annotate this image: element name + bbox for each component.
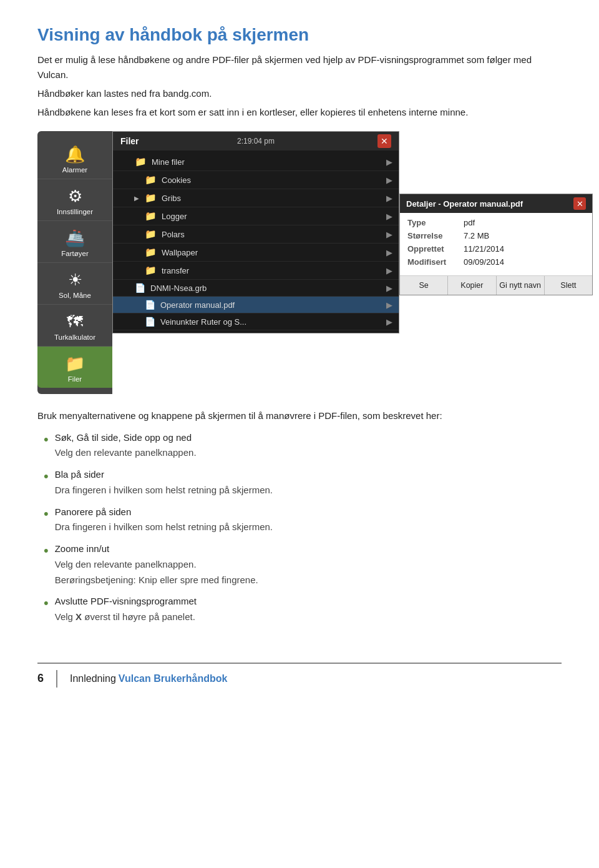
row-right-icon: ▶ [386, 194, 392, 203]
file-row[interactable]: 📄DNMI-Nsea.grb▶ [113, 280, 399, 297]
details-table: TypepdfStørrelse7.2 MBOpprettet11/21/201… [400, 213, 592, 275]
row-right-icon: ▶ [386, 266, 392, 275]
file-browser-time: 2:19:04 pm [237, 137, 275, 145]
sidebar-item-alarmer[interactable]: 🔔 Alarmer [37, 137, 112, 179]
file-name: Veinunkter Ruter og S... [160, 317, 386, 327]
details-row-3: Modifisert09/09/2014 [407, 257, 585, 267]
folder-icon: 📁 [145, 174, 157, 185]
file-icon: 📄 [145, 300, 155, 310]
file-icon: 📄 [145, 317, 155, 327]
footer-label: Innledning [70, 673, 116, 684]
file-name: Cookies [162, 175, 386, 185]
bullet-item-2: • Panorere på siden Dra fingeren i hvilk… [44, 505, 562, 536]
bullet-dot: • [44, 539, 49, 562]
bullet-sub: Dra fingeren i hvilken som helst retning… [55, 483, 273, 498]
file-browser-title: Filer [120, 136, 139, 146]
sidebar-icon-4: 🗺 [67, 312, 83, 332]
details-action-gi-nytt-navn[interactable]: Gi nytt navn [497, 276, 545, 295]
details-action-kopier[interactable]: Kopier [448, 276, 496, 295]
bullet-item-1: • Bla på sider Dra fingeren i hvilken so… [44, 467, 562, 498]
file-row[interactable]: 📁Cookies▶ [113, 171, 399, 189]
bullet-content: Søk, Gå til side, Side opp og ned Velg d… [55, 430, 197, 461]
details-row-2: Opprettet11/21/2014 [407, 244, 585, 254]
body-intro: Bruk menyalternativene og knappene på sk… [37, 408, 562, 424]
sidebar: 🔔 Alarmer⚙ Innstillinger🚢 Fartøyer☀ Sol,… [37, 131, 112, 394]
details-title: Detaljer - Operator manual.pdf [406, 199, 523, 209]
folder-icon: 📁 [145, 247, 157, 258]
bullet-dot: • [44, 502, 49, 525]
bullet-main: Panorere på siden [55, 506, 132, 517]
file-row[interactable]: 📁Wallpaper▶ [113, 244, 399, 262]
file-name: transfer [162, 266, 386, 275]
file-row[interactable]: 📄Operator manual.pdf▶ [113, 297, 399, 313]
row-right-icon: ▶ [386, 175, 392, 185]
row-right-icon: ▶ [386, 212, 392, 221]
expand-arrow: ▶ [134, 195, 142, 202]
details-action-se[interactable]: Se [400, 276, 448, 295]
file-list: 📁Mine filer▶📁Cookies▶▶📁Gribs▶📁Logger▶📁Po… [113, 150, 399, 333]
file-icon: 📄 [135, 283, 145, 293]
file-browser-close[interactable]: ✕ [377, 134, 391, 148]
footer-divider [56, 670, 57, 688]
row-right-icon: ▶ [386, 248, 392, 257]
sidebar-item-filer[interactable]: 📁 Filer [37, 347, 112, 388]
row-right-icon: ▶ [386, 317, 392, 327]
sidebar-item-sol-måne[interactable]: ☀ Sol, Måne [37, 263, 112, 305]
file-name: Wallpaper [162, 248, 386, 257]
file-row[interactable]: 📄Veinunkter Ruter og S...▶ [113, 313, 399, 330]
details-actions: SeKopierGi nytt navnSlett [400, 275, 592, 295]
file-name: Gribs [162, 194, 386, 203]
bullet-item-3: • Zoome inn/ut Velg den relevante panelk… [44, 541, 562, 588]
details-row-0: Typepdf [407, 218, 585, 227]
intro-text-1: Det er mulig å lese håndbøkene og andre … [37, 52, 562, 82]
row-right-icon: ▶ [386, 284, 392, 293]
sidebar-label-4: Turkalkulator [54, 333, 95, 341]
sidebar-item-turkalkulator[interactable]: 🗺 Turkalkulator [37, 305, 112, 347]
sidebar-item-fartøyer[interactable]: 🚢 Fartøyer [37, 221, 112, 263]
file-row[interactable]: 📁Mine filer▶ [113, 153, 399, 171]
bullet-content: Bla på sider Dra fingeren i hvilken som … [55, 467, 273, 498]
details-key: Størrelse [407, 231, 464, 240]
folder-icon: 📁 [145, 229, 157, 240]
bullet-content: Zoome inn/ut Velg den relevante panelkna… [55, 541, 258, 588]
bullet-sub: Velg den relevante panelknappen. [55, 445, 197, 461]
file-browser-outer: Filer 2:19:04 pm ✕ 📁Mine filer▶📁Cookies▶… [112, 131, 399, 333]
details-action-slett[interactable]: Slett [545, 276, 592, 295]
bullet-main: Zoome inn/ut [55, 543, 110, 554]
bullet-list: • Søk, Gå til side, Side opp og ned Velg… [44, 430, 562, 625]
sidebar-item-innstillinger[interactable]: ⚙ Innstillinger [37, 179, 112, 221]
row-right-icon: ▶ [386, 300, 392, 310]
file-name: Logger [162, 212, 386, 221]
sidebar-icon-2: 🚢 [65, 229, 85, 248]
bullet-sub: Velg X øverst til høyre på panelet. [55, 609, 197, 625]
bullet-dot: • [44, 591, 49, 614]
bullet-content: Panorere på siden Dra fingeren i hvilken… [55, 505, 273, 536]
file-row[interactable]: 📁Polars▶ [113, 225, 399, 244]
row-right-icon: ▶ [386, 157, 392, 167]
bullet-dot: • [44, 428, 49, 451]
bullet-sub: Velg den relevante panelknappen. [55, 557, 258, 573]
details-key: Opprettet [407, 244, 464, 254]
bullet-sub: Dra fingeren i hvilken som helst retning… [55, 520, 273, 535]
details-close-btn[interactable]: ✕ [573, 197, 586, 210]
details-value: pdf [464, 218, 475, 227]
sidebar-label-3: Sol, Måne [59, 292, 91, 299]
page-title: Visning av håndbok på skjermen [37, 25, 562, 45]
details-header: Detaljer - Operator manual.pdf ✕ [400, 194, 592, 213]
file-row[interactable]: 📁transfer▶ [113, 262, 399, 280]
details-key: Modifisert [407, 257, 464, 267]
bullet-sub: Berøringsbetjening: Knip eller spre med … [55, 573, 258, 588]
footer-brand: Vulcan Brukerhåndbok [119, 673, 228, 684]
bullet-main: Bla på sider [55, 469, 104, 480]
details-row-1: Størrelse7.2 MB [407, 231, 585, 240]
intro-text-2: Håndbøker kan lastes ned fra bandg.com. [37, 86, 562, 101]
sidebar-icon-0: 🔔 [65, 145, 85, 164]
folder-icon: 📁 [145, 265, 157, 276]
sidebar-icon-5: 📁 [65, 354, 85, 373]
file-row[interactable]: 📁Logger▶ [113, 207, 399, 225]
file-browser-header: Filer 2:19:04 pm ✕ [113, 132, 399, 150]
file-row[interactable]: ▶📁Gribs▶ [113, 189, 399, 207]
file-browser: Filer 2:19:04 pm ✕ 📁Mine filer▶📁Cookies▶… [112, 131, 399, 333]
details-value: 11/21/2014 [464, 244, 504, 254]
sidebar-label-2: Fartøyer [61, 250, 88, 257]
